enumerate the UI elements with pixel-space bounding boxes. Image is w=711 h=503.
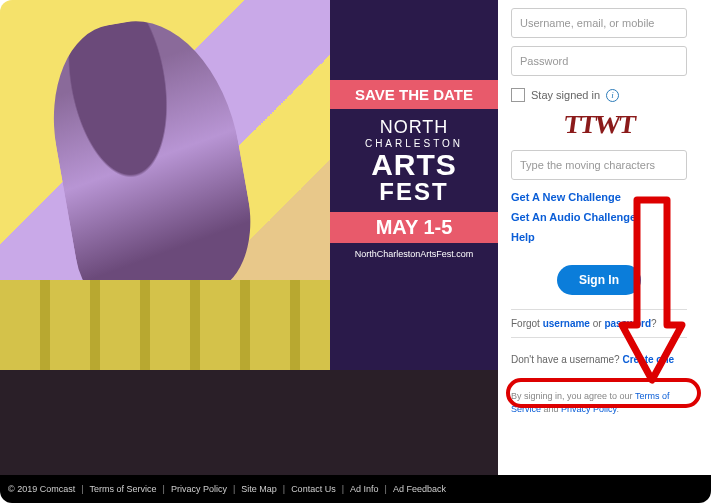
ad-painting	[0, 0, 330, 370]
captcha-image: TTWT	[511, 110, 687, 140]
ad-banner[interactable]: SAVE THE DATE NORTH CHARLESTON ARTS FEST…	[330, 0, 498, 370]
create-one-link[interactable]: Create one	[622, 354, 674, 365]
audio-challenge-link[interactable]: Get An Audio Challenge	[511, 208, 687, 228]
stay-signed-row: Stay signed in i	[511, 88, 687, 102]
divider-3	[511, 381, 687, 382]
agree-prefix: By signing in, you agree to our	[511, 391, 635, 401]
dark-strip	[0, 370, 498, 475]
banner-fest: FEST	[330, 178, 498, 206]
footer-contact[interactable]: Contact Us	[291, 484, 336, 494]
captcha-text: TTWT	[562, 110, 636, 140]
forgot-or: or	[590, 318, 604, 329]
footer-adinfo[interactable]: Ad Info	[350, 484, 379, 494]
agree-and: and	[541, 404, 561, 414]
divider	[511, 309, 687, 310]
agree-row: By signing in, you agree to our Terms of…	[511, 390, 687, 415]
footer-sitemap[interactable]: Site Map	[241, 484, 277, 494]
login-panel: Stay signed in i TTWT Get A New Challeng…	[499, 0, 699, 475]
footer-privacy[interactable]: Privacy Policy	[171, 484, 227, 494]
banner-url: NorthCharlestonArtsFest.com	[330, 249, 498, 259]
privacy-link[interactable]: Privacy Policy	[561, 404, 616, 414]
banner-dates: MAY 1-5	[330, 212, 498, 243]
footer: © 2019 Comcast| Terms of Service| Privac…	[0, 475, 711, 503]
create-row: Don't have a username? Create one	[511, 344, 687, 375]
create-prefix: Don't have a username?	[511, 354, 622, 365]
forgot-row: Forgot username or password?	[511, 316, 687, 331]
new-challenge-link[interactable]: Get A New Challenge	[511, 188, 687, 208]
password-input[interactable]	[511, 46, 687, 76]
forgot-prefix: Forgot	[511, 318, 543, 329]
sign-in-button[interactable]: Sign In	[557, 265, 641, 295]
stay-signed-label: Stay signed in	[531, 89, 600, 101]
forgot-q: ?	[651, 318, 657, 329]
captcha-links: Get A New Challenge Get An Audio Challen…	[511, 188, 687, 247]
footer-tos[interactable]: Terms of Service	[90, 484, 157, 494]
help-link[interactable]: Help	[511, 228, 687, 248]
agree-period: .	[616, 404, 619, 414]
forgot-username-link[interactable]: username	[543, 318, 590, 329]
stay-signed-checkbox[interactable]	[511, 88, 525, 102]
forgot-password-link[interactable]: password	[604, 318, 651, 329]
save-the-date: SAVE THE DATE	[330, 80, 498, 109]
captcha-input[interactable]	[511, 150, 687, 180]
divider-2	[511, 337, 687, 338]
painting-dots	[20, 300, 300, 330]
banner-north: NORTH	[330, 117, 498, 138]
footer-copyright: © 2019 Comcast	[8, 484, 75, 494]
info-icon[interactable]: i	[606, 89, 619, 102]
footer-adfeedback[interactable]: Ad Feedback	[393, 484, 446, 494]
banner-arts: ARTS	[330, 151, 498, 178]
username-input[interactable]	[511, 8, 687, 38]
hero-ad: SAVE THE DATE NORTH CHARLESTON ARTS FEST…	[0, 0, 498, 370]
